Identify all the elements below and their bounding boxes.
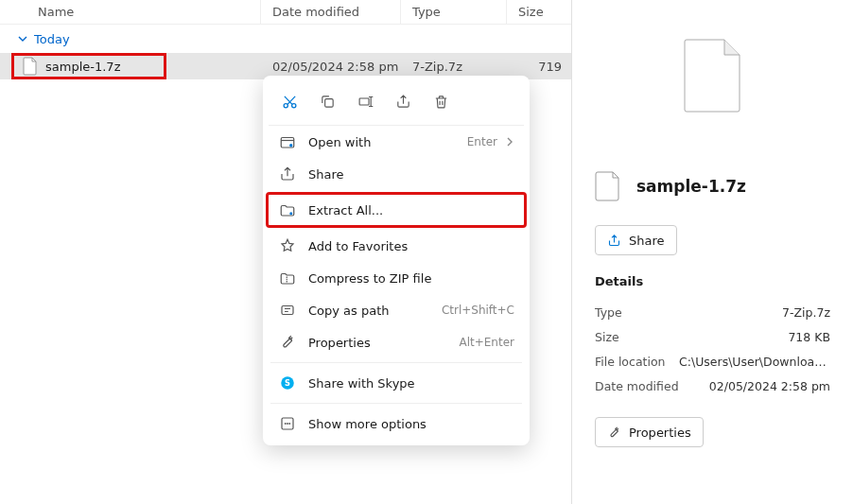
- menu-label: Copy as path: [308, 304, 442, 318]
- detail-key: Date modified: [595, 379, 679, 393]
- share-icon: [607, 234, 621, 248]
- menu-share[interactable]: Share: [269, 158, 524, 190]
- svg-point-11: [285, 423, 287, 425]
- file-preview-icon: [683, 38, 743, 113]
- chevron-down-icon: [17, 33, 28, 44]
- svg-point-0: [284, 103, 287, 107]
- detail-key: File location: [595, 355, 666, 369]
- svg-point-6: [289, 212, 292, 215]
- column-header-type[interactable]: Type: [401, 0, 507, 24]
- star-icon: [278, 236, 297, 255]
- detail-size: Size 718 KB: [595, 324, 830, 349]
- menu-properties[interactable]: Properties Alt+Enter: [269, 326, 524, 358]
- details-share-button[interactable]: Share: [595, 225, 677, 255]
- svg-rect-2: [324, 98, 333, 107]
- menu-extract-all[interactable]: Extract All...: [266, 192, 527, 228]
- detail-value: 02/05/2024 2:58 pm: [709, 379, 830, 393]
- skype-icon: S: [278, 374, 297, 392]
- menu-label: Share: [308, 167, 514, 182]
- zip-icon: [278, 269, 297, 287]
- chevron-right-icon: [505, 137, 514, 147]
- copy-button[interactable]: [310, 87, 344, 115]
- file-icon: [595, 170, 621, 202]
- share-button[interactable]: [386, 87, 420, 115]
- context-menu: Open with Enter Share Extract All... Add…: [263, 76, 530, 445]
- column-header-name[interactable]: Name: [0, 0, 261, 24]
- details-filename: sample-1.7z: [636, 177, 746, 196]
- column-header-size[interactable]: Size: [507, 0, 571, 24]
- rename-button[interactable]: [348, 87, 382, 115]
- column-headers: Name Date modified Type Size: [0, 0, 571, 25]
- details-pane: sample-1.7z Share Details Type 7-Zip.7z …: [572, 0, 853, 504]
- file-date: 02/05/2024 2:58 pm: [261, 60, 401, 74]
- delete-button[interactable]: [424, 87, 458, 115]
- column-header-date[interactable]: Date modified: [261, 0, 401, 24]
- svg-point-12: [287, 423, 288, 425]
- svg-point-1: [291, 103, 295, 107]
- cut-button[interactable]: [272, 87, 306, 115]
- menu-add-favorites[interactable]: Add to Favorites: [269, 230, 524, 262]
- button-label: Properties: [629, 426, 691, 440]
- open-with-icon: [278, 132, 297, 151]
- menu-compress-zip[interactable]: Compress to ZIP file: [269, 262, 524, 294]
- file-size: 719: [507, 60, 571, 74]
- detail-location: File location C:\Users\User\Downloads\sa…: [595, 349, 830, 374]
- menu-label: Add to Favorites: [308, 239, 514, 253]
- detail-value: C:\Users\User\Downloads\sa...: [679, 355, 830, 369]
- detail-key: Size: [595, 330, 619, 344]
- svg-point-13: [288, 423, 290, 425]
- share-icon: [278, 165, 297, 183]
- svg-text:S: S: [285, 378, 290, 388]
- menu-hint: Alt+Enter: [459, 336, 514, 349]
- menu-label: Show more options: [308, 417, 514, 431]
- button-label: Share: [629, 234, 665, 248]
- details-properties-button[interactable]: Properties: [595, 417, 704, 447]
- menu-label: Share with Skype: [308, 376, 514, 391]
- detail-value: 7-Zip.7z: [782, 305, 830, 320]
- menu-label: Compress to ZIP file: [308, 271, 514, 286]
- file-icon: [23, 57, 38, 76]
- detail-type: Type 7-Zip.7z: [595, 300, 830, 324]
- menu-hint: Ctrl+Shift+C: [442, 304, 514, 317]
- menu-share-skype[interactable]: S Share with Skype: [269, 367, 524, 399]
- context-separator: [270, 362, 522, 363]
- file-title-row: sample-1.7z: [595, 170, 830, 202]
- group-today[interactable]: Today: [0, 25, 571, 53]
- copy-path-icon: [278, 301, 297, 320]
- menu-show-more[interactable]: Show more options: [269, 408, 524, 440]
- extract-icon: [278, 200, 297, 219]
- file-list-pane: Name Date modified Type Size Today sampl…: [0, 0, 572, 504]
- details-heading: Details: [595, 274, 830, 288]
- group-label: Today: [34, 32, 70, 46]
- menu-hint: Enter: [467, 135, 497, 148]
- menu-label: Extract All...: [308, 203, 514, 217]
- more-options-icon: [278, 414, 297, 433]
- menu-open-with[interactable]: Open with Enter: [269, 126, 524, 158]
- file-name: sample-1.7z: [45, 60, 120, 74]
- detail-value: 718 KB: [788, 330, 830, 344]
- wrench-icon: [607, 426, 621, 440]
- menu-label: Properties: [308, 336, 459, 350]
- menu-label: Open with: [308, 135, 467, 149]
- svg-rect-7: [282, 306, 293, 315]
- file-type: 7-Zip.7z: [401, 60, 507, 74]
- svg-point-5: [289, 144, 292, 147]
- svg-rect-3: [359, 97, 369, 104]
- context-separator: [270, 403, 522, 404]
- detail-key: Type: [595, 305, 622, 320]
- menu-copy-path[interactable]: Copy as path Ctrl+Shift+C: [269, 294, 524, 326]
- context-toolbar: [269, 81, 524, 126]
- wrench-icon: [278, 333, 297, 352]
- detail-modified: Date modified 02/05/2024 2:58 pm: [595, 374, 830, 398]
